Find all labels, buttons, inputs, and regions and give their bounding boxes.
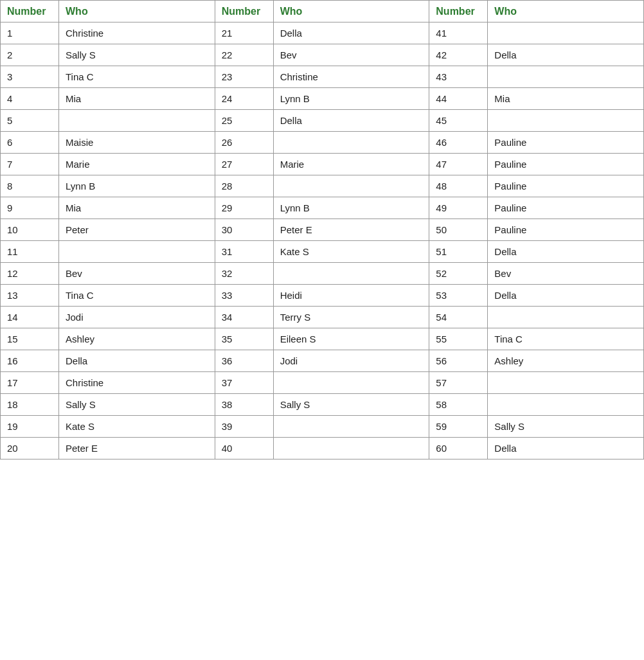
cell-w3-5: Pauline <box>488 132 644 154</box>
table-row: 2Sally S22Bev42Della <box>1 44 644 66</box>
cell-w1-10 <box>59 241 215 263</box>
cell-w2-17: Sally S <box>273 394 429 416</box>
cell-w3-19: Della <box>488 438 644 459</box>
cell-n2-10: 31 <box>215 241 273 263</box>
cell-w1-14: Ashley <box>59 328 215 350</box>
cell-w3-17 <box>488 394 644 416</box>
cell-n1-10: 11 <box>1 241 59 263</box>
cell-n2-6: 27 <box>215 154 273 175</box>
cell-w1-11: Bev <box>59 263 215 285</box>
header-who-2: Who <box>273 1 429 22</box>
cell-n3-3: 44 <box>429 88 488 110</box>
table-row: 6Maisie2646Pauline <box>1 132 644 154</box>
table-row: 19Kate S3959Sally S <box>1 416 644 438</box>
table-row: 1Christine21Della41 <box>1 22 644 44</box>
cell-n3-4: 45 <box>429 110 488 132</box>
cell-w3-6: Pauline <box>488 154 644 175</box>
cell-n2-14: 35 <box>215 328 273 350</box>
table-row: 17Christine3757 <box>1 372 644 394</box>
cell-w2-1: Bev <box>273 44 429 66</box>
cell-n3-8: 49 <box>429 197 488 219</box>
cell-w2-13: Terry S <box>273 307 429 328</box>
cell-w2-19 <box>273 438 429 459</box>
cell-w2-6: Marie <box>273 154 429 175</box>
cell-n1-1: 2 <box>1 44 59 66</box>
cell-n2-3: 24 <box>215 88 273 110</box>
cell-w2-5 <box>273 132 429 154</box>
cell-w2-9: Peter E <box>273 219 429 241</box>
table-row: 10Peter30Peter E50Pauline <box>1 219 644 241</box>
cell-n1-2: 3 <box>1 66 59 88</box>
cell-n1-12: 13 <box>1 285 59 307</box>
cell-w2-10: Kate S <box>273 241 429 263</box>
cell-n1-4: 5 <box>1 110 59 132</box>
cell-n3-6: 47 <box>429 154 488 175</box>
cell-n2-18: 39 <box>215 416 273 438</box>
cell-n1-17: 18 <box>1 394 59 416</box>
cell-w3-15: Ashley <box>488 350 644 372</box>
cell-w3-18: Sally S <box>488 416 644 438</box>
cell-w1-6: Marie <box>59 154 215 175</box>
cell-w2-3: Lynn B <box>273 88 429 110</box>
cell-n2-17: 38 <box>215 394 273 416</box>
cell-n1-19: 20 <box>1 438 59 459</box>
cell-w2-7 <box>273 175 429 197</box>
cell-n3-13: 54 <box>429 307 488 328</box>
cell-w1-8: Mia <box>59 197 215 219</box>
cell-w1-13: Jodi <box>59 307 215 328</box>
cell-w2-15: Jodi <box>273 350 429 372</box>
cell-w3-3: Mia <box>488 88 644 110</box>
cell-n1-7: 8 <box>1 175 59 197</box>
cell-w3-16 <box>488 372 644 394</box>
table-row: 20Peter E4060Della <box>1 438 644 459</box>
cell-n1-3: 4 <box>1 88 59 110</box>
cell-n2-13: 34 <box>215 307 273 328</box>
cell-n2-4: 25 <box>215 110 273 132</box>
cell-w2-18 <box>273 416 429 438</box>
cell-n2-12: 33 <box>215 285 273 307</box>
cell-w1-0: Christine <box>59 22 215 44</box>
cell-n3-18: 59 <box>429 416 488 438</box>
cell-n2-16: 37 <box>215 372 273 394</box>
cell-w3-10: Della <box>488 241 644 263</box>
cell-n2-2: 23 <box>215 66 273 88</box>
cell-w2-2: Christine <box>273 66 429 88</box>
cell-n1-6: 7 <box>1 154 59 175</box>
cell-n3-7: 48 <box>429 175 488 197</box>
table-row: 14Jodi34Terry S54 <box>1 307 644 328</box>
cell-w2-0: Della <box>273 22 429 44</box>
cell-n3-5: 46 <box>429 132 488 154</box>
cell-n2-0: 21 <box>215 22 273 44</box>
header-who-3: Who <box>488 1 644 22</box>
table-row: 16Della36Jodi56Ashley <box>1 350 644 372</box>
cell-w3-2 <box>488 66 644 88</box>
cell-n1-15: 16 <box>1 350 59 372</box>
header-who-1: Who <box>59 1 215 22</box>
cell-n1-14: 15 <box>1 328 59 350</box>
cell-n3-1: 42 <box>429 44 488 66</box>
cell-n1-9: 10 <box>1 219 59 241</box>
table-row: 9Mia29Lynn B49Pauline <box>1 197 644 219</box>
cell-w2-4: Della <box>273 110 429 132</box>
table-row: 12Bev3252Bev <box>1 263 644 285</box>
table-row: 13Tina C33Heidi53Della <box>1 285 644 307</box>
cell-w1-12: Tina C <box>59 285 215 307</box>
cell-w1-4 <box>59 110 215 132</box>
cell-n1-16: 17 <box>1 372 59 394</box>
table-row: 1131Kate S51Della <box>1 241 644 263</box>
cell-w2-14: Eileen S <box>273 328 429 350</box>
cell-n3-15: 56 <box>429 350 488 372</box>
cell-w3-12: Della <box>488 285 644 307</box>
cell-n3-17: 58 <box>429 394 488 416</box>
cell-n3-19: 60 <box>429 438 488 459</box>
header-number-3: Number <box>429 1 488 22</box>
cell-w3-8: Pauline <box>488 197 644 219</box>
cell-w3-11: Bev <box>488 263 644 285</box>
cell-n3-10: 51 <box>429 241 488 263</box>
table-row: 525Della45 <box>1 110 644 132</box>
cell-n3-2: 43 <box>429 66 488 88</box>
header-number-2: Number <box>215 1 273 22</box>
cell-n2-7: 28 <box>215 175 273 197</box>
cell-n2-19: 40 <box>215 438 273 459</box>
cell-w3-0 <box>488 22 644 44</box>
